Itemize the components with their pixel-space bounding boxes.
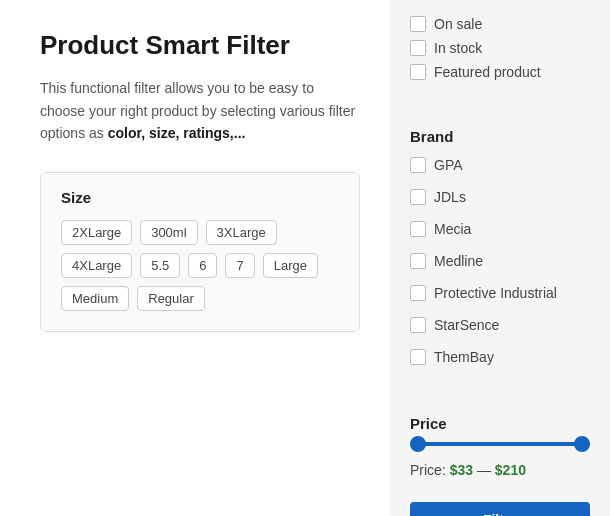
top-checkbox-label-1: In stock: [434, 40, 482, 56]
brand-checkbox-item[interactable]: Protective Industrial: [410, 285, 590, 301]
price-min: $33: [450, 462, 473, 478]
filter-button[interactable]: Filter: [410, 502, 590, 516]
slider-handle-max[interactable]: [574, 436, 590, 452]
price-section-title: Price: [410, 415, 590, 432]
size-tags-container: 2XLarge300ml3XLarge4XLarge5.567LargeMedi…: [61, 220, 339, 311]
brand-checkbox-input-3[interactable]: [410, 253, 426, 269]
top-checkbox-input-2[interactable]: [410, 64, 426, 80]
brand-checkbox-label-6: ThemBay: [434, 349, 494, 365]
brand-checkbox-input-0[interactable]: [410, 157, 426, 173]
price-max: $210: [495, 462, 526, 478]
brand-checkbox-input-2[interactable]: [410, 221, 426, 237]
size-tag[interactable]: Large: [263, 253, 318, 278]
right-panel: On saleIn stockFeatured product Brand GP…: [390, 0, 610, 516]
price-separator: —: [473, 462, 495, 478]
top-checkbox-item[interactable]: In stock: [410, 40, 590, 56]
size-tag[interactable]: 6: [188, 253, 217, 278]
size-tag[interactable]: 5.5: [140, 253, 180, 278]
size-tag[interactable]: 7: [225, 253, 254, 278]
top-checkbox-label-0: On sale: [434, 16, 482, 32]
brand-checkbox-label-4: Protective Industrial: [434, 285, 557, 301]
top-checkbox-item[interactable]: Featured product: [410, 64, 590, 80]
size-tag[interactable]: 300ml: [140, 220, 197, 245]
brand-checkbox-label-3: Medline: [434, 253, 483, 269]
size-box-title: Size: [61, 189, 339, 206]
price-label-prefix: Price:: [410, 462, 450, 478]
description-bold: color, size, ratings,...: [108, 125, 246, 141]
top-checkboxes: On saleIn stockFeatured product: [410, 16, 590, 88]
brand-checkbox-item[interactable]: ThemBay: [410, 349, 590, 365]
brand-checkbox-item[interactable]: Mecia: [410, 221, 590, 237]
top-checkbox-item[interactable]: On sale: [410, 16, 590, 32]
slider-handle-min[interactable]: [410, 436, 426, 452]
brand-checkbox-label-5: StarSence: [434, 317, 499, 333]
brand-section-title: Brand: [410, 128, 590, 145]
brand-checkbox-item[interactable]: Medline: [410, 253, 590, 269]
description: This functional filter allows you to be …: [40, 77, 360, 144]
slider-track: [410, 442, 590, 446]
brand-checkbox-label-2: Mecia: [434, 221, 471, 237]
size-tag[interactable]: 4XLarge: [61, 253, 132, 278]
brand-checkbox-item[interactable]: StarSence: [410, 317, 590, 333]
brand-checkbox-label-0: GPA: [434, 157, 463, 173]
brand-list: GPAJDLsMeciaMedlineProtective Industrial…: [410, 157, 590, 373]
brand-checkbox-item[interactable]: JDLs: [410, 189, 590, 205]
top-checkbox-label-2: Featured product: [434, 64, 541, 80]
brand-checkbox-input-6[interactable]: [410, 349, 426, 365]
top-checkbox-input-1[interactable]: [410, 40, 426, 56]
brand-checkbox-input-1[interactable]: [410, 189, 426, 205]
size-tag[interactable]: Regular: [137, 286, 205, 311]
brand-checkbox-input-5[interactable]: [410, 317, 426, 333]
size-tag[interactable]: 2XLarge: [61, 220, 132, 245]
brand-checkbox-label-1: JDLs: [434, 189, 466, 205]
price-range-label: Price: $33 — $210: [410, 462, 590, 478]
size-tag[interactable]: Medium: [61, 286, 129, 311]
page-title: Product Smart Filter: [40, 30, 360, 61]
left-panel: Product Smart Filter This functional fil…: [0, 0, 390, 516]
brand-checkbox-input-4[interactable]: [410, 285, 426, 301]
size-tag[interactable]: 3XLarge: [206, 220, 277, 245]
top-checkbox-input-0[interactable]: [410, 16, 426, 32]
brand-checkbox-item[interactable]: GPA: [410, 157, 590, 173]
size-filter-box: Size 2XLarge300ml3XLarge4XLarge5.567Larg…: [40, 172, 360, 332]
